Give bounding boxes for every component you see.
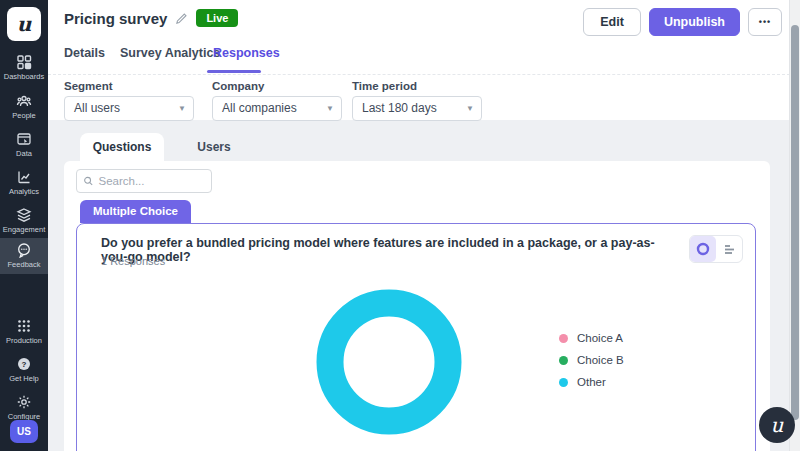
filter-company: Company All companies▼ — [212, 80, 342, 121]
unpublish-button[interactable]: Unpublish — [649, 8, 740, 36]
donut-view-button[interactable] — [690, 236, 716, 262]
legend-dot — [559, 356, 568, 365]
help-icon: ? — [0, 356, 48, 372]
chevron-down-icon: ▼ — [326, 97, 334, 120]
question-text: Do you prefer a bundled pricing model wh… — [101, 236, 661, 264]
dashboards-icon — [0, 54, 48, 70]
page-title: Pricing survey — [64, 10, 167, 27]
segment-value: All users — [74, 101, 120, 115]
filter-time-period: Time period Last 180 days▼ — [352, 80, 482, 121]
sidebar-item-engagement[interactable]: Engagement — [0, 203, 48, 234]
company-dropdown[interactable]: All companies▼ — [212, 96, 342, 121]
content-area: Questions Users Multiple Choice Do you p… — [48, 120, 800, 451]
legend-item-other[interactable]: Other — [559, 371, 624, 393]
people-icon — [0, 93, 48, 109]
filter-label: Segment — [64, 80, 194, 92]
edit-title-pencil-icon[interactable] — [175, 12, 188, 25]
donut-chart-icon — [694, 240, 712, 258]
sidebar: u Dashboards People Data Analytics Engag… — [0, 0, 48, 451]
tab-details[interactable]: Details — [64, 46, 105, 60]
sidebar-item-label: Analytics — [0, 187, 48, 196]
svg-text:?: ? — [22, 360, 27, 369]
app-logo-letter: u — [17, 12, 32, 36]
tab-questions[interactable]: Questions — [80, 133, 164, 161]
filter-label: Time period — [352, 80, 482, 92]
search-box[interactable] — [76, 169, 212, 193]
sidebar-item-label: People — [0, 111, 48, 120]
more-options-button[interactable]: ••• — [748, 8, 782, 36]
data-icon — [0, 131, 48, 147]
legend-item-choice-a[interactable]: Choice A — [559, 327, 624, 349]
legend-label: Choice B — [577, 354, 624, 366]
company-value: All companies — [222, 101, 297, 115]
brand-float-button[interactable]: u — [759, 407, 795, 443]
edit-button[interactable]: Edit — [583, 8, 641, 36]
header-tabs: Details Survey Analytics Responses — [48, 40, 800, 74]
chevron-down-icon: ▼ — [178, 97, 186, 120]
chart-type-toggle — [689, 235, 743, 263]
filter-label: Company — [212, 80, 342, 92]
legend-item-choice-b[interactable]: Choice B — [559, 349, 624, 371]
scrollbar-thumb[interactable] — [791, 25, 799, 420]
sidebar-item-people[interactable]: People — [0, 89, 48, 120]
tab-responses[interactable]: Responses — [213, 46, 280, 60]
sidebar-item-production[interactable]: Production — [0, 314, 48, 345]
sidebar-item-label: Get Help — [0, 374, 48, 383]
questions-panel: Multiple Choice Do you prefer a bundled … — [64, 161, 770, 451]
bar-view-button[interactable] — [716, 236, 742, 262]
search-input[interactable] — [98, 175, 205, 187]
sidebar-item-label: Feedback — [0, 260, 48, 269]
user-avatar[interactable]: US — [10, 420, 38, 443]
sidebar-item-dashboards[interactable]: Dashboards — [0, 50, 48, 81]
responses-count: 1 Responses — [101, 255, 165, 267]
page-header: Pricing survey Live Edit Unpublish ••• D… — [48, 0, 800, 120]
filters-bar: Segment All users▼ Company All companies… — [48, 74, 800, 120]
gear-icon — [0, 394, 48, 410]
brand-float-letter: u — [771, 413, 784, 437]
sidebar-item-feedback[interactable]: Feedback — [0, 238, 48, 274]
vertical-scrollbar[interactable] — [789, 0, 800, 451]
main-area: Pricing survey Live Edit Unpublish ••• D… — [48, 0, 800, 451]
legend-label: Choice A — [577, 332, 623, 344]
filter-segment: Segment All users▼ — [64, 80, 194, 121]
sidebar-item-label: Engagement — [0, 225, 48, 234]
chevron-down-icon: ▼ — [466, 97, 474, 120]
sidebar-item-label: Data — [0, 149, 48, 158]
donut-chart — [309, 282, 469, 442]
sidebar-item-data[interactable]: Data — [0, 127, 48, 158]
sidebar-item-label: Dashboards — [0, 72, 48, 81]
sidebar-item-analytics[interactable]: Analytics — [0, 165, 48, 196]
engagement-icon — [0, 207, 48, 223]
analytics-icon — [0, 169, 48, 185]
sidebar-item-label: Production — [0, 336, 48, 345]
time-period-value: Last 180 days — [362, 101, 437, 115]
legend-dot — [559, 334, 568, 343]
question-card: Do you prefer a bundled pricing model wh… — [76, 223, 756, 451]
tab-users[interactable]: Users — [172, 133, 256, 161]
legend-dot — [559, 378, 568, 387]
question-type-badge: Multiple Choice — [80, 200, 191, 223]
app-logo[interactable]: u — [7, 7, 41, 41]
feedback-icon — [0, 242, 48, 258]
active-tab-underline — [207, 70, 261, 73]
tab-survey-analytics[interactable]: Survey Analytics — [120, 46, 220, 60]
bar-chart-icon — [720, 240, 738, 258]
legend-label: Other — [577, 376, 606, 388]
sidebar-item-configure[interactable]: Configure — [0, 390, 48, 421]
time-period-dropdown[interactable]: Last 180 days▼ — [352, 96, 482, 121]
status-badge: Live — [196, 9, 238, 27]
chart-legend: Choice A Choice B Other — [559, 327, 624, 393]
production-icon — [0, 318, 48, 334]
search-icon — [83, 175, 93, 187]
sidebar-item-get-help[interactable]: ? Get Help — [0, 352, 48, 383]
segment-dropdown[interactable]: All users▼ — [64, 96, 194, 121]
